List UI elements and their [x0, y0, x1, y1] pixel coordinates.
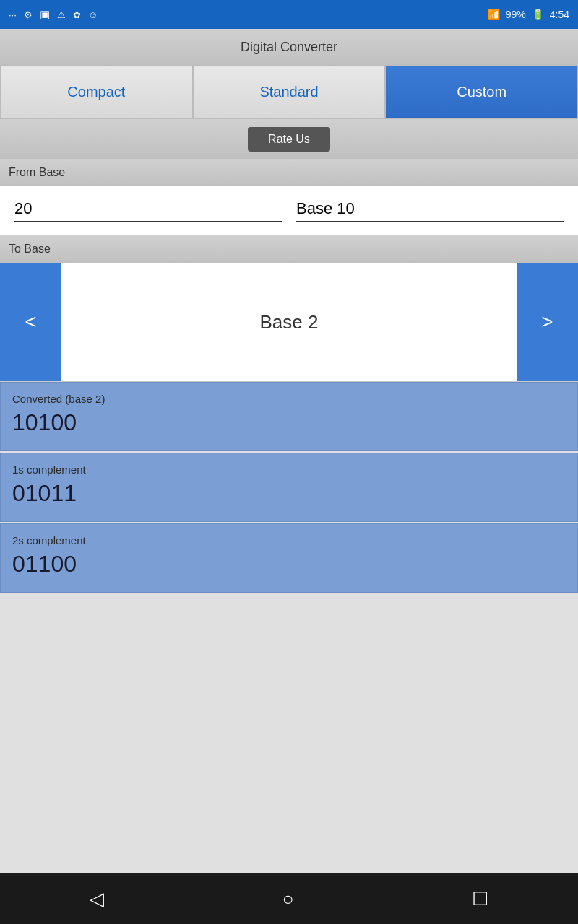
current-base-label: Base 2: [61, 263, 517, 381]
result-card-1: 1s complement 01011: [0, 453, 578, 522]
time-text: 4:54: [550, 9, 569, 20]
prev-base-button[interactable]: <: [0, 263, 61, 381]
from-base-input[interactable]: [14, 199, 282, 222]
tab-compact[interactable]: Compact: [0, 65, 193, 118]
recent-button[interactable]: ☐: [457, 882, 503, 916]
alert-icon: ⚠: [57, 9, 66, 20]
battery-text: 99%: [506, 9, 526, 20]
from-base-panel: [0, 186, 578, 235]
rate-us-button[interactable]: Rate Us: [248, 127, 330, 152]
result-card-2: 2s complement 01100: [0, 523, 578, 593]
paw-icon: ✿: [73, 9, 81, 20]
app-title: Digital Converter: [241, 40, 337, 55]
to-base-panel: < Base 2 >: [0, 263, 578, 382]
tab-row: Compact Standard Custom: [0, 65, 578, 119]
result-value-0: 10100: [12, 409, 566, 436]
bottom-nav: ◁ ○ ☐: [0, 873, 578, 924]
spacer: [0, 594, 578, 873]
from-base-header: From Base: [0, 159, 578, 186]
status-bar: ··· ⚙ ▣ ⚠ ✿ ☺ 📶 99% 🔋 4:54: [0, 0, 578, 29]
rate-us-bar: Rate Us: [0, 119, 578, 159]
image-icon: ▣: [40, 8, 50, 21]
status-bar-left: ··· ⚙ ▣ ⚠ ✿ ☺: [9, 8, 98, 21]
result-label-2: 2s complement: [12, 534, 566, 546]
gear-icon: ⚙: [24, 9, 33, 20]
result-value-1: 01011: [12, 480, 566, 507]
result-label-0: Converted (base 2): [12, 393, 566, 405]
result-value-2: 01100: [12, 551, 566, 578]
result-label-1: 1s complement: [12, 463, 566, 476]
title-bar: Digital Converter: [0, 29, 578, 65]
tab-custom[interactable]: Custom: [385, 65, 578, 118]
result-card-0: Converted (base 2) 10100: [0, 382, 578, 451]
to-base-header: To Base: [0, 235, 578, 263]
from-base-base-input[interactable]: [296, 199, 564, 222]
dots-icon: ···: [9, 9, 17, 20]
battery-icon: 🔋: [532, 9, 544, 20]
wifi-icon: 📶: [488, 9, 500, 20]
next-base-button[interactable]: >: [517, 263, 578, 381]
face-icon: ☺: [88, 9, 98, 20]
home-button[interactable]: ○: [268, 882, 309, 916]
back-button[interactable]: ◁: [75, 882, 118, 916]
status-bar-right: 📶 99% 🔋 4:54: [488, 9, 569, 20]
tab-standard[interactable]: Standard: [193, 65, 386, 118]
